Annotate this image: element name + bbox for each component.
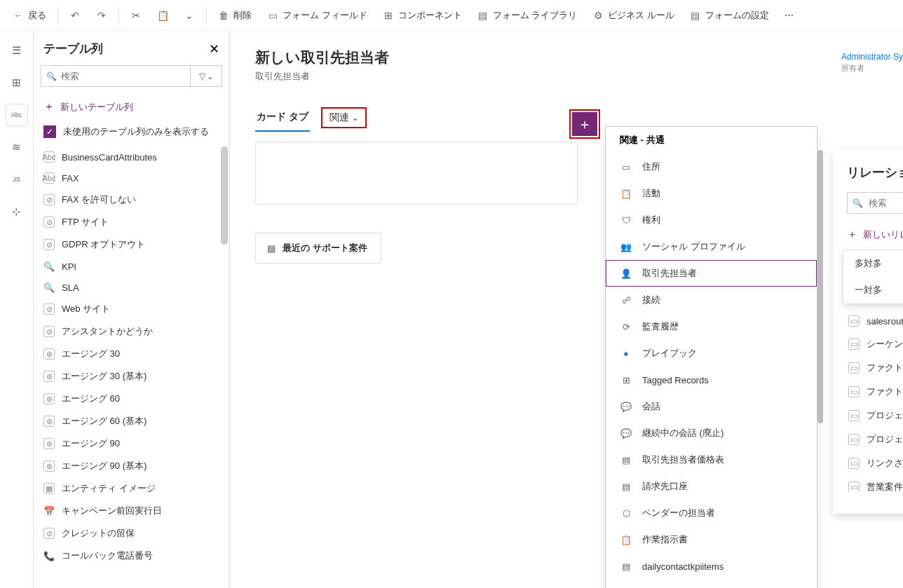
related-item[interactable]: 💬継続中の会話 (廃止)	[606, 420, 817, 446]
form-fields-icon: ▭	[267, 10, 278, 21]
related-item[interactable]: ⊞Tagged Records	[606, 367, 817, 393]
related-dropdown[interactable]: 関連 - 共通▭住所📋活動🛡権利👥ソーシャル プロファイル👤取引先担当者☍接続⟳…	[605, 126, 817, 588]
paste-icon: 📋	[157, 10, 168, 21]
related-item-icon: 👤	[620, 267, 632, 280]
column-item[interactable]: ⊛エージング 30	[34, 343, 226, 365]
column-type-icon: Abc	[43, 172, 55, 184]
related-item[interactable]: 💬会話	[606, 393, 817, 420]
relationship-item[interactable]: ▭プロジェクト契約品目の詳細	[847, 404, 903, 428]
recent-support-cases-card[interactable]: ▤ 最近の サポート案件	[255, 233, 381, 264]
column-item[interactable]: ⊘クレジットの留保	[34, 522, 226, 545]
column-type-icon: ⊛	[43, 416, 55, 427]
related-item[interactable]: 📋作業指示書	[606, 526, 817, 553]
business-rule-button[interactable]: ⚙ビジネス ルール	[585, 5, 681, 26]
panel-search-input[interactable]	[847, 192, 903, 214]
relationship-item[interactable]: ▭プロジェクト契約品目の詳細	[847, 428, 903, 451]
column-type-icon: ⊘	[43, 326, 55, 337]
related-item-label: 取引先担当者価格表	[642, 453, 724, 466]
card-placeholder[interactable]	[255, 142, 578, 205]
related-item[interactable]: 📋活動	[606, 180, 817, 207]
redo-button[interactable]: ↷	[89, 6, 114, 25]
relationship-item[interactable]: ▭シーケンス対象	[847, 332, 903, 356]
sidebar-scrollbar[interactable]	[221, 146, 228, 245]
cut-icon: ✂	[130, 10, 142, 21]
panel-title: リレーションシップを追加	[847, 164, 903, 181]
related-item[interactable]: ▤請求先口座	[606, 473, 817, 500]
column-item[interactable]: 🔍SLA	[34, 277, 226, 298]
form-library-button[interactable]: ▤フォーム ライブラリ	[470, 5, 585, 26]
column-item[interactable]: ⊛エージング 90 (基本)	[34, 455, 226, 477]
related-item-icon: ●	[620, 347, 632, 360]
form-settings-button[interactable]: ▤フォームの設定	[683, 5, 776, 26]
unused-only-checkbox[interactable]: ✓	[43, 125, 56, 138]
column-item[interactable]: ⊘GDPR オプトアウト	[34, 233, 226, 256]
column-item[interactable]: ⊛エージング 90	[34, 432, 226, 455]
rail-menu-icon[interactable]: ☰	[6, 39, 28, 62]
related-item[interactable]: ▤取引先担当者価格表	[606, 446, 817, 473]
related-item[interactable]: ⟳監査履歴	[606, 313, 817, 340]
relationship-item[interactable]: ▭ファクト	[847, 356, 903, 380]
column-item[interactable]: ⊘Web サイト	[34, 298, 226, 320]
rail-layers-icon[interactable]: ≋	[6, 136, 28, 158]
undo-button[interactable]: ↶	[62, 6, 88, 25]
related-item[interactable]: ⬡ベンダーの担当者	[606, 500, 817, 526]
related-item-label: 接続	[642, 294, 660, 306]
dropdown-chevron[interactable]: ⌄	[177, 6, 202, 25]
column-item[interactable]: 🔍KPI	[34, 256, 226, 277]
new-relationship-button[interactable]: ＋ 新しいリレーションシップ ⌄	[847, 222, 903, 249]
tab-card[interactable]: カード タブ	[255, 104, 310, 132]
related-item-label: 取引先担当者	[642, 267, 697, 280]
paste-button[interactable]: 📋	[150, 6, 175, 25]
delete-button[interactable]: 🗑削除	[211, 5, 259, 26]
relationship-item[interactable]: ▭営業案件	[847, 475, 903, 492]
related-item[interactable]: 🛡権利	[606, 207, 817, 233]
sidebar-search-input[interactable]	[41, 65, 190, 87]
column-item[interactable]: 📞コールバック電話番号	[34, 545, 226, 567]
rail-text-icon[interactable]: Abc	[6, 104, 28, 126]
related-item[interactable]: ●プレイブック	[606, 340, 817, 367]
relationship-item[interactable]: ▭リンクされたエンティティ属性検証	[847, 451, 903, 475]
column-item[interactable]: ⊛エージング 60 (基本)	[34, 410, 226, 432]
rail-tree-icon[interactable]: ⊹	[6, 200, 28, 223]
rail-js-icon[interactable]: JS	[6, 168, 28, 191]
column-item[interactable]: ⊘アシスタントかどうか	[34, 320, 226, 343]
column-list[interactable]: AbcBusinessCardAttributesAbcFAX⊘FAX を許可し…	[34, 146, 229, 588]
relationship-list[interactable]: ▲ ▭salesroutingdiagnostics▭シーケンス対象▭ファクト▭…	[847, 310, 903, 492]
unused-only-label: 未使用のテーブル列のみを表示する	[63, 125, 209, 138]
column-item[interactable]: AbcBusinessCardAttributes	[34, 146, 226, 167]
related-item[interactable]: ▭住所	[606, 153, 817, 180]
column-label: コールバック電話番号	[62, 549, 153, 562]
relationship-type-menu[interactable]: 多対多一対多	[843, 249, 903, 304]
relationship-type-item[interactable]: 多対多	[843, 250, 903, 277]
rail-grid-icon[interactable]: ⊞	[6, 71, 28, 94]
form-fields-button[interactable]: ▭フォーム フィールド	[260, 5, 374, 26]
column-item[interactable]: AbcFAX	[34, 167, 226, 189]
new-column-button[interactable]: ＋新しいテーブル列	[34, 95, 229, 121]
related-item[interactable]: 👤取引先担当者	[606, 260, 817, 287]
relationship-type-icon: ▭	[848, 434, 860, 445]
related-item-label: 継続中の会話 (廃止)	[642, 427, 724, 439]
tab-related[interactable]: 関連⌄	[321, 107, 367, 128]
relationship-type-icon: ▭	[848, 410, 860, 421]
toolbar-overflow[interactable]: ⋯	[778, 6, 801, 25]
column-item[interactable]: ⊛エージング 60	[34, 388, 226, 410]
relationship-item[interactable]: ▭salesroutingdiagnostics	[847, 310, 903, 332]
related-item[interactable]: ▤dailycontactkpiitems	[606, 553, 817, 580]
sidebar-close-icon[interactable]: ✕	[209, 41, 219, 57]
column-item[interactable]: ⊘FTP サイト	[34, 211, 226, 233]
add-relationship-tile[interactable]: ＋	[572, 112, 597, 136]
column-item[interactable]: ⊛エージング 30 (基本)	[34, 365, 226, 388]
sidebar-title: テーブル列	[43, 41, 103, 57]
relationship-item[interactable]: ▭ファクト	[847, 380, 903, 404]
relationship-type-item[interactable]: 一対多	[843, 277, 903, 303]
column-item[interactable]: ⊘FAX を許可しない	[34, 189, 226, 211]
related-dropdown-scrollbar[interactable]	[817, 150, 823, 423]
back-button[interactable]: ←戻る	[6, 5, 53, 26]
column-item[interactable]: ▦エンティティ イメージ	[34, 477, 226, 500]
sidebar-filter-button[interactable]: ▽⌄	[190, 65, 222, 87]
related-item[interactable]: 👥ソーシャル プロファイル	[606, 233, 817, 260]
cut-button[interactable]: ✂	[123, 6, 149, 25]
related-item[interactable]: ☍接続	[606, 287, 817, 313]
component-button[interactable]: ⊞コンポーネント	[376, 5, 469, 26]
column-item[interactable]: 📅キャンペーン前回実行日	[34, 500, 226, 522]
